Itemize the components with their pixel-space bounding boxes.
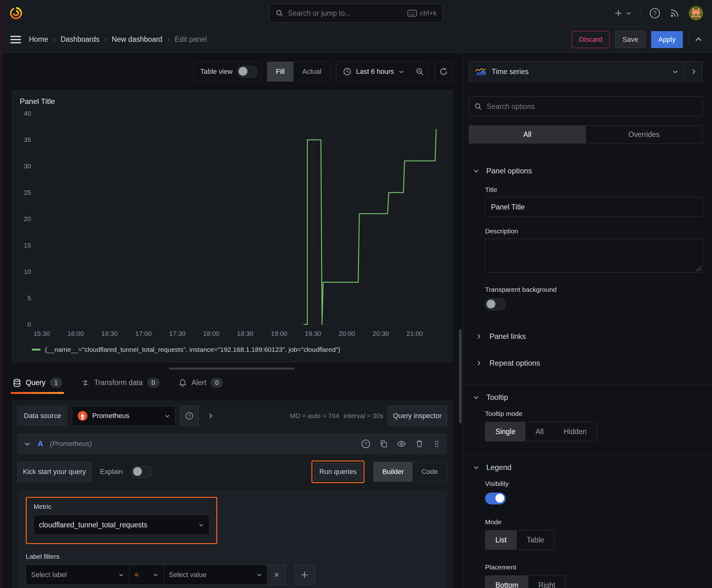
panel-links-title: Panel links [490,332,526,341]
zoom-out-icon [415,67,424,76]
scrollbar[interactable] [459,329,462,423]
zoom-out-button[interactable] [410,67,429,76]
viz-suggestions-button[interactable] [684,62,702,82]
options-search[interactable] [469,97,703,117]
description-textarea[interactable] [485,239,703,273]
query-datasource-hint: (Prometheus) [50,440,92,448]
duplicate-query-icon[interactable] [379,439,388,448]
svg-text:21:00: 21:00 [407,330,423,337]
search-icon [474,102,482,110]
chevron-down-icon [398,69,404,75]
legend-placement-group: Bottom Right [485,575,566,588]
user-avatar[interactable] [689,6,703,20]
apply-button[interactable]: Apply [651,31,683,48]
select-value-placeholder: Select value [169,571,207,579]
transparent-bg-toggle[interactable] [485,298,506,310]
datasource-help-button[interactable]: ? [180,406,199,426]
tab-transform[interactable]: Transform data 0 [81,378,159,394]
explain-toggle[interactable] [132,466,152,478]
chevron-down-icon [473,394,479,400]
interval-stat: Interval = 30s [343,412,383,420]
panel-title-input[interactable] [485,197,703,217]
chevron-down-icon [165,413,170,419]
tab-overrides[interactable]: Overrides [586,126,703,143]
chevron-down-icon [257,572,262,578]
legend-series-label[interactable]: {__name__="cloudflared_tunnel_total_requ… [45,346,340,353]
new-menu-button[interactable] [614,8,631,18]
code-option[interactable]: Code [412,462,447,482]
query-a-header[interactable]: A (Prometheus) ? [18,434,447,454]
svg-text:18:30: 18:30 [237,330,253,337]
query-help-icon[interactable]: ? [361,439,370,448]
chevron-right-icon [690,68,697,75]
refresh-button[interactable] [434,62,453,82]
run-queries-button[interactable]: Run queries [314,463,362,481]
table-view-toggle[interactable] [237,66,258,78]
kickstart-button[interactable]: Kick start your query [18,462,91,482]
resize-handle[interactable] [169,368,295,370]
repeat-options-section[interactable]: Repeat options [464,350,712,376]
breadcrumb-new-dashboard[interactable]: New dashboard [112,35,162,44]
metric-value: cloudflared_tunnel_total_requests [39,521,147,529]
nav-right-actions: ? [614,6,703,20]
metric-select[interactable]: cloudflared_tunnel_total_requests [34,515,209,535]
tooltip-single-option[interactable]: Single [486,422,525,441]
tab-query[interactable]: Query 1 [13,378,62,394]
datasource-picker[interactable]: Prometheus [72,406,175,426]
options-pane: Time series All Overrides Panel opti [464,53,712,588]
delete-query-trash-icon[interactable] [415,439,424,448]
remove-filter-button[interactable] [267,565,286,585]
drag-handle-icon[interactable] [433,440,441,448]
legend-header[interactable]: Legend [464,455,712,478]
grafana-logo-icon[interactable] [9,6,23,20]
tooltip-hidden-option[interactable]: Hidden [554,422,597,441]
discard-button[interactable]: Discard [572,31,610,48]
builder-option[interactable]: Builder [373,462,412,482]
actual-option[interactable]: Actual [294,62,330,81]
breadcrumb-dashboards[interactable]: Dashboards [61,35,100,44]
chevron-right-icon[interactable] [207,413,214,419]
breadcrumb-home[interactable]: Home [29,35,48,44]
panel-options-header[interactable]: Panel options [464,158,712,182]
news-rss-icon[interactable] [669,8,680,19]
chevron-down-icon [118,572,124,578]
shortcut-label: ctrl+k [420,9,437,17]
viz-picker-button[interactable]: Time series [469,62,684,82]
add-filter-button[interactable] [295,565,315,585]
legend-title: Legend [486,463,511,472]
panel-links-section[interactable]: Panel links [464,323,712,350]
search-input[interactable] [288,9,403,18]
tooltip-all-option[interactable]: All [525,422,554,441]
svg-text:15: 15 [24,241,31,249]
toggle-knob [495,494,504,503]
save-button[interactable]: Save [615,31,645,48]
legend-table-option[interactable]: Table [517,530,554,549]
placement-bottom-option[interactable]: Bottom [486,576,528,588]
fill-option[interactable]: Fill [267,62,294,81]
clock-icon [343,67,352,76]
global-search[interactable]: ctrl+k [269,4,443,23]
max-datapoints-stat: MD = auto = 704 [290,412,339,420]
datasource-name: Prometheus [92,412,130,420]
panel-options-title: Panel options [486,166,532,175]
svg-text:17:30: 17:30 [169,330,186,337]
menu-toggle-icon[interactable] [9,33,22,46]
refresh-icon [439,67,448,76]
edit-area: Table view Fill Actual Last 6 hours [0,53,464,588]
select-value-dropdown[interactable]: Select value [164,565,267,585]
query-inspector-button[interactable]: Query inspector [388,406,447,426]
chevron-up-icon[interactable] [694,36,703,44]
help-icon[interactable]: ? [649,7,661,19]
timeseries-chart[interactable]: 051015202530354015:3016:0016:3017:0017:3… [17,108,447,344]
tab-alert[interactable]: Alert 0 [178,378,223,394]
options-search-input[interactable] [487,102,697,111]
tooltip-header[interactable]: Tooltip [464,385,712,408]
legend-visibility-toggle[interactable] [485,492,506,504]
time-range-picker[interactable]: Last 6 hours [337,67,410,76]
placement-right-option[interactable]: Right [528,576,565,588]
tab-all-options[interactable]: All [469,126,586,143]
toggle-visibility-eye-icon[interactable] [397,439,406,448]
operator-dropdown[interactable]: = [129,565,164,585]
legend-list-option[interactable]: List [486,530,517,549]
select-label-dropdown[interactable]: Select label [26,565,129,585]
